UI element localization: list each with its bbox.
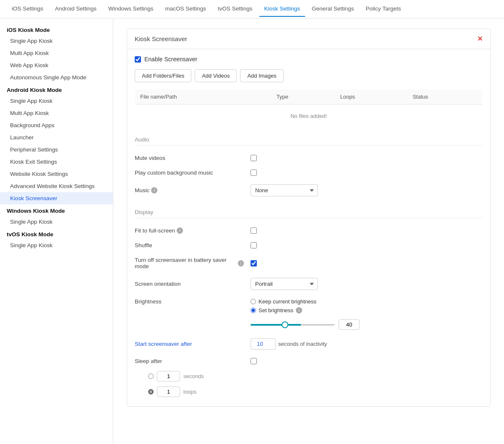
sidebar-item-android-website[interactable]: Website Kiosk Settings xyxy=(0,168,113,180)
audio-title: Audio xyxy=(135,136,483,146)
sidebar-item-android-peripheral[interactable]: Peripheral Settings xyxy=(0,144,113,156)
close-button[interactable]: ✕ xyxy=(477,35,483,43)
col-type: Type xyxy=(272,89,335,104)
sidebar-item-tvos-single[interactable]: Single App Kiosk xyxy=(0,239,113,251)
files-table: File name/Path Type Loops Status No file… xyxy=(135,89,483,128)
battery-saver-control xyxy=(251,260,483,266)
sidebar-item-ios-single[interactable]: Single App Kiosk xyxy=(0,35,113,47)
section-body: Enable Screensaver Add Folders/Files Add… xyxy=(127,49,490,406)
play-music-checkbox[interactable] xyxy=(251,170,257,176)
nav-item-policy[interactable]: Policy Targets xyxy=(361,1,406,17)
battery-saver-row: Turn off screensaver in battery saver mo… xyxy=(135,253,483,274)
shuffle-row: Shuffle xyxy=(135,238,483,253)
keep-brightness-label: Keep current brightness xyxy=(259,298,316,305)
music-select-row: Music i None Custom xyxy=(135,180,483,201)
sidebar-item-android-screensaver[interactable]: Kiosk Screensaver xyxy=(0,192,113,204)
shuffle-label: Shuffle xyxy=(135,242,244,248)
brightness-slider-row: 40 xyxy=(251,319,360,330)
orientation-row: Screen orientation Portrait Landscape Au… xyxy=(135,274,483,294)
loops-small-row: loops xyxy=(135,384,483,400)
section-header: Kiosk Screensaver ✕ xyxy=(127,29,490,49)
music-info-icon: i xyxy=(151,187,157,193)
main-content: Kiosk Screensaver ✕ Enable Screensaver A… xyxy=(113,18,504,444)
fit-fullscreen-checkbox[interactable] xyxy=(251,227,257,234)
shuffle-checkbox[interactable] xyxy=(251,242,257,248)
fit-fullscreen-row: Fit to full-screen i xyxy=(135,223,483,238)
sleep-after-label: Sleep after xyxy=(135,358,244,364)
fit-fullscreen-control xyxy=(251,227,483,234)
sidebar-item-android-single[interactable]: Single App Kiosk xyxy=(0,95,113,107)
music-select[interactable]: None Custom xyxy=(251,184,318,196)
nav-item-android[interactable]: Android Settings xyxy=(50,1,102,17)
nav-item-ios[interactable]: iOS Settings xyxy=(7,1,48,17)
fit-fullscreen-info-icon: i xyxy=(177,227,183,234)
loops-input[interactable] xyxy=(157,387,180,397)
mute-videos-control xyxy=(251,155,483,161)
nav-item-general[interactable]: General Settings xyxy=(307,1,359,17)
kiosk-screensaver-card: Kiosk Screensaver ✕ Enable Screensaver A… xyxy=(127,29,491,407)
sidebar-item-windows-single[interactable]: Single App Kiosk xyxy=(0,216,113,228)
display-section: Display Fit to full-screen i Shuffle xyxy=(135,209,483,400)
seconds-label: seconds xyxy=(183,373,204,379)
mute-videos-row: Mute videos xyxy=(135,151,483,165)
brightness-slider[interactable] xyxy=(251,324,334,326)
nav-item-macos[interactable]: macOS Settings xyxy=(160,1,211,17)
enable-screensaver-checkbox[interactable] xyxy=(135,56,141,63)
sidebar-item-android-bg[interactable]: Background Apps xyxy=(0,119,113,131)
sleep-after-checkbox[interactable] xyxy=(251,358,257,364)
sidebar-item-ios-multi[interactable]: Multi App Kiosk xyxy=(0,47,113,59)
sidebar-section-android-kiosk-mode: Android Kiosk Mode xyxy=(0,84,113,95)
music-select-control: None Custom xyxy=(251,184,483,196)
enable-screensaver-label: Enable Screensaver xyxy=(144,56,197,63)
music-label: Music i xyxy=(135,187,244,193)
seconds-small-row: seconds xyxy=(135,368,483,384)
loops-radio[interactable] xyxy=(148,389,154,394)
set-brightness-info-icon: i xyxy=(296,307,302,313)
orientation-select[interactable]: Portrait Landscape Auto xyxy=(251,278,318,290)
sidebar-section-windows-kiosk-mode: Windows Kiosk Mode xyxy=(0,204,113,216)
brightness-value-input[interactable]: 40 xyxy=(339,319,360,330)
nav-item-kiosk[interactable]: Kiosk Settings xyxy=(259,1,306,17)
keep-brightness-option: Keep current brightness xyxy=(251,298,316,305)
nav-item-windows[interactable]: Windows Settings xyxy=(103,1,158,17)
sidebar-item-ios-web[interactable]: Web App Kiosk xyxy=(0,59,113,71)
mute-videos-checkbox[interactable] xyxy=(251,155,257,161)
set-brightness-option: Set brightness i xyxy=(251,307,316,313)
sidebar-item-ios-autonomous[interactable]: Autonomous Single App Mode xyxy=(0,71,113,84)
add-images-button[interactable]: Add Images xyxy=(240,69,283,82)
seconds-radio[interactable] xyxy=(148,373,154,379)
sidebar: iOS Kiosk ModeSingle App KioskMulti App … xyxy=(0,18,113,444)
sidebar-item-android-launcher[interactable]: Launcher xyxy=(0,131,113,144)
empty-message: No files added! xyxy=(135,104,483,128)
shuffle-control xyxy=(251,242,483,248)
seconds-inactivity-text: seconds of inactivity xyxy=(278,341,327,347)
top-navigation: iOS SettingsAndroid SettingsWindows Sett… xyxy=(0,0,504,18)
set-brightness-radio[interactable] xyxy=(251,308,256,313)
battery-saver-label: Turn off screensaver in battery saver mo… xyxy=(135,257,244,269)
battery-saver-info-icon: i xyxy=(238,260,244,266)
sleep-after-control xyxy=(251,358,483,364)
brightness-row: Brightness Keep current brightness Set b… xyxy=(135,294,483,334)
loops-label: loops xyxy=(183,389,196,395)
sidebar-item-android-multi[interactable]: Multi App Kiosk xyxy=(0,107,113,119)
start-screensaver-input[interactable] xyxy=(251,338,276,350)
start-screensaver-label: Start screensaver after xyxy=(135,341,244,347)
battery-saver-checkbox[interactable] xyxy=(251,260,257,266)
nav-item-tvos[interactable]: tvOS Settings xyxy=(213,1,258,17)
add-folders-button[interactable]: Add Folders/Files xyxy=(135,69,191,82)
display-title: Display xyxy=(135,209,483,218)
brightness-control: Keep current brightness Set brightness i xyxy=(251,298,483,330)
seconds-input[interactable] xyxy=(157,371,180,381)
add-buttons-row: Add Folders/Files Add Videos Add Images xyxy=(135,69,483,82)
brightness-label: Brightness xyxy=(135,298,244,305)
main-layout: iOS Kiosk ModeSingle App KioskMulti App … xyxy=(0,18,504,444)
add-videos-button[interactable]: Add Videos xyxy=(195,69,237,82)
sidebar-item-android-exit[interactable]: Kiosk Exit Settings xyxy=(0,156,113,168)
keep-brightness-radio[interactable] xyxy=(251,299,256,304)
enable-screensaver-row: Enable Screensaver xyxy=(135,56,483,63)
play-music-row: Play custom background music xyxy=(135,165,483,180)
orientation-control: Portrait Landscape Auto xyxy=(251,278,483,290)
col-status: Status xyxy=(407,89,482,104)
sidebar-item-android-advanced[interactable]: Advanced Website Kiosk Settings xyxy=(0,180,113,192)
fit-fullscreen-label: Fit to full-screen i xyxy=(135,227,244,234)
